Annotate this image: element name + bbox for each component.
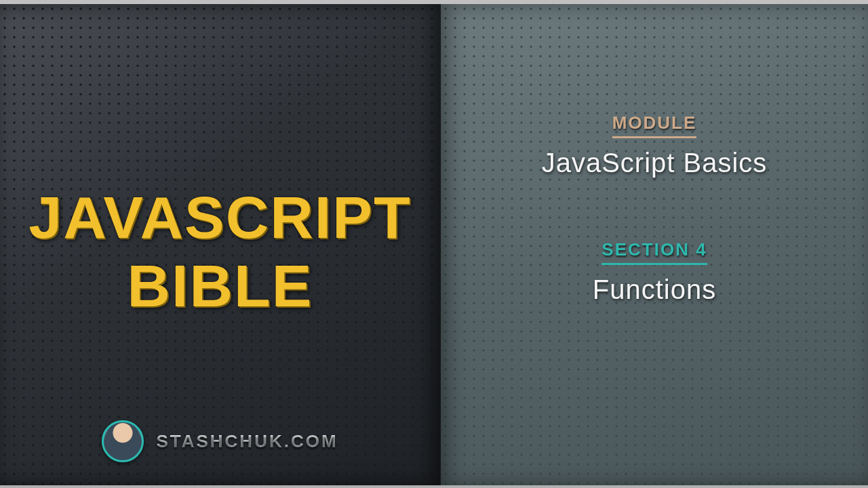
- section-block: SECTION 4 Functions: [593, 239, 716, 305]
- module-value: JavaScript Basics: [542, 148, 768, 178]
- module-label: MODULE: [612, 113, 697, 138]
- site-url: STASHCHUK.COM: [156, 431, 338, 452]
- slide: JAVASCRIPT BIBLE STASHCHUK.COM MODULE Ja…: [0, 0, 868, 488]
- author-avatar: [102, 420, 144, 462]
- right-panel: MODULE JavaScript Basics SECTION 4 Funct…: [441, 4, 868, 485]
- title-container: JAVASCRIPT BIBLE: [0, 4, 440, 485]
- course-title-line1: JAVASCRIPT: [28, 183, 411, 251]
- section-value: Functions: [593, 274, 716, 305]
- footer: STASHCHUK.COM: [0, 420, 440, 462]
- course-title-line2: BIBLE: [28, 251, 411, 320]
- course-title: JAVASCRIPT BIBLE: [28, 183, 411, 320]
- left-panel: JAVASCRIPT BIBLE STASHCHUK.COM: [0, 4, 441, 485]
- section-label: SECTION 4: [601, 239, 707, 265]
- module-block: MODULE JavaScript Basics: [542, 113, 768, 178]
